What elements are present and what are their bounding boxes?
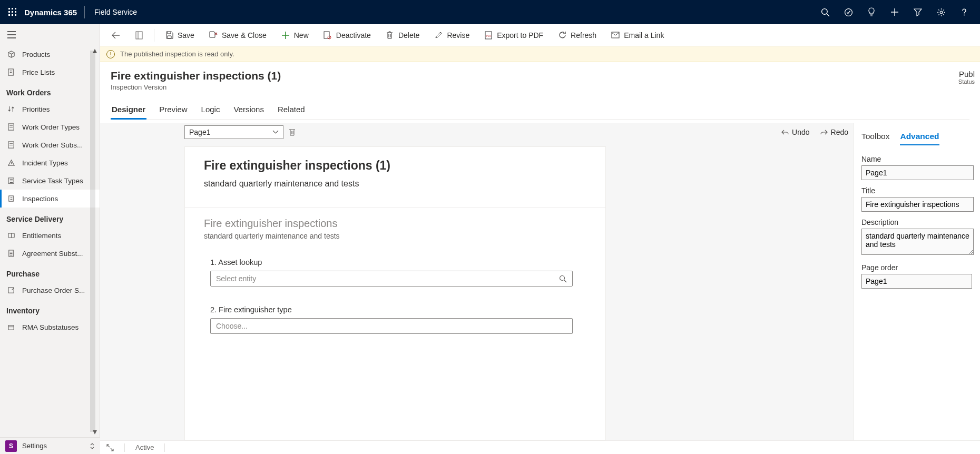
email-link-button[interactable]: Email a Link xyxy=(605,24,670,25)
settings-button[interactable] xyxy=(929,0,953,24)
app-name[interactable]: Field Service xyxy=(85,8,146,16)
svg-point-12 xyxy=(940,11,943,14)
svg-rect-3 xyxy=(8,11,10,13)
svg-rect-5 xyxy=(15,11,16,13)
help-icon xyxy=(960,8,968,16)
svg-rect-8 xyxy=(15,14,16,16)
search-button[interactable] xyxy=(814,0,837,24)
new-button[interactable]: New xyxy=(275,24,315,25)
plus-icon xyxy=(890,8,899,16)
save-close-button[interactable]: Save & Close xyxy=(203,24,273,25)
svg-rect-7 xyxy=(12,14,13,16)
global-header: Dynamics 365 Field Service xyxy=(0,0,980,24)
filter-button[interactable] xyxy=(906,0,929,24)
svg-rect-0 xyxy=(8,8,10,9)
add-button[interactable] xyxy=(883,0,906,24)
back-button[interactable] xyxy=(105,24,126,25)
svg-point-13 xyxy=(964,15,965,16)
save-button[interactable]: Save xyxy=(159,24,201,25)
app-launcher[interactable] xyxy=(4,4,21,21)
search-icon xyxy=(821,8,830,17)
task-icon xyxy=(844,8,853,17)
lightbulb-icon xyxy=(867,7,876,17)
deactivate-button[interactable]: Deactivate xyxy=(317,24,377,25)
refresh-button[interactable]: Refresh xyxy=(552,24,603,25)
gear-icon xyxy=(937,8,946,17)
funnel-icon xyxy=(914,8,922,16)
brand-label: Dynamics 365 xyxy=(21,8,84,17)
help-button[interactable] xyxy=(953,0,976,24)
open-record-set-button[interactable] xyxy=(129,24,150,25)
export-pdf-button[interactable]: PDFExport to PDF xyxy=(478,24,550,25)
insights-button[interactable] xyxy=(860,0,883,24)
svg-line-10 xyxy=(827,14,829,16)
svg-point-9 xyxy=(821,8,827,14)
svg-rect-2 xyxy=(15,8,16,9)
waffle-icon xyxy=(8,8,17,16)
svg-rect-6 xyxy=(8,14,10,16)
svg-rect-1 xyxy=(12,8,13,9)
revise-button[interactable]: Revise xyxy=(428,24,476,25)
delete-button[interactable]: Delete xyxy=(379,24,426,25)
task-button[interactable] xyxy=(837,0,860,24)
svg-rect-4 xyxy=(12,11,13,13)
